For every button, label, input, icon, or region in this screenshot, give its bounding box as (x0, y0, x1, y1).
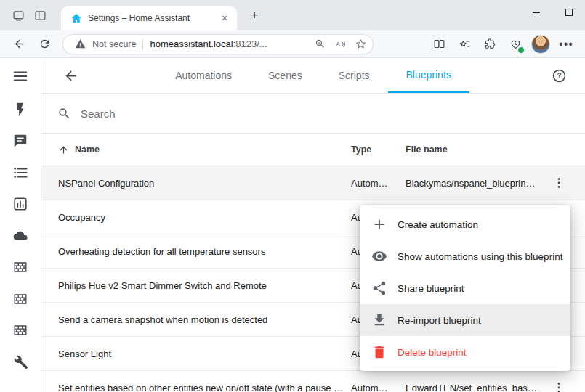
row-name: Overheating detection for all temperatur… (41, 246, 351, 257)
column-header-type[interactable]: Type (351, 144, 406, 155)
tab-automations[interactable]: Automations (157, 58, 250, 93)
menu-item-show-automations[interactable]: Show automations using this blueprint (360, 240, 570, 272)
refresh-icon[interactable] (33, 33, 56, 56)
search-row (41, 94, 585, 134)
browser-tabstrip: Settings – Home Assistant ✕ + ✕ (0, 0, 585, 30)
favorite-star-icon[interactable] (352, 36, 368, 52)
ha-header: Automations Scenes Scripts Blueprints ? (41, 58, 585, 94)
share-icon (371, 280, 387, 296)
browser-toolbar: Not secure homeassistant.local:8123/... … (0, 30, 585, 58)
row-overflow-menu-icon[interactable] (549, 176, 585, 190)
row-file: Blackymas/nspanel_blueprin… (406, 178, 549, 189)
security-label: Not secure (92, 39, 136, 49)
menu-icon[interactable] (0, 58, 41, 94)
row-name: NSPanel Configuration (41, 178, 351, 189)
bricks-icon[interactable] (0, 283, 41, 315)
minimize-button[interactable] (520, 0, 552, 25)
column-header-file[interactable]: File name (406, 144, 549, 155)
delete-icon (371, 344, 387, 360)
menu-item-label: Create automation (398, 219, 478, 230)
row-name: Occupancy (41, 212, 351, 223)
energy-icon[interactable] (0, 94, 41, 126)
home-assistant-favicon (70, 12, 82, 24)
split-screen-icon[interactable] (427, 33, 451, 56)
bricks-icon[interactable] (0, 315, 41, 347)
developer-tools-icon[interactable] (0, 346, 41, 378)
menu-item-label: Delete blueprint (398, 347, 467, 358)
assist-icon[interactable] (0, 126, 41, 158)
row-overflow-menu-icon[interactable] (549, 380, 585, 392)
row-file: EdwardTEN/set_entities_bas… (406, 383, 549, 392)
tab-close-icon[interactable]: ✕ (218, 12, 231, 25)
window-controls: ✕ (520, 0, 585, 25)
back-icon[interactable] (7, 33, 31, 56)
new-tab-button[interactable]: + (244, 5, 265, 25)
read-aloud-icon[interactable]: A (332, 36, 348, 52)
maximize-button[interactable] (552, 0, 585, 25)
eye-icon (371, 248, 387, 264)
tab-actions-icon[interactable] (29, 4, 51, 26)
search-input[interactable] (81, 107, 569, 120)
more-icon[interactable]: ••• (554, 33, 578, 56)
menu-item-label: Re-import blueprint (398, 315, 481, 326)
menu-item-share-blueprint[interactable]: Share blueprint (360, 272, 570, 304)
url-host: homeassistant.local (150, 38, 233, 49)
warning-icon (72, 36, 88, 52)
column-header-name[interactable]: Name (41, 144, 351, 155)
search-icon (57, 107, 71, 121)
menu-item-label: Show automations using this blueprint (398, 251, 562, 262)
browser-tab[interactable]: Settings – Home Assistant ✕ (61, 6, 237, 30)
browser-window: Settings – Home Assistant ✕ + ✕ Not secu… (0, 0, 585, 392)
row-context-menu: Create automation Show automations using… (360, 205, 570, 371)
url-path: :8123/... (233, 38, 267, 49)
workspaces-icon[interactable] (7, 4, 29, 26)
plus-icon (371, 216, 387, 232)
table-row[interactable]: Set entities based on other entities new… (41, 371, 585, 392)
logbook-icon[interactable] (0, 157, 41, 189)
zoom-icon[interactable] (312, 36, 328, 52)
menu-item-create-automation[interactable]: Create automation (360, 208, 570, 240)
sidebar (0, 58, 41, 392)
address-bar[interactable]: Not secure homeassistant.local:8123/... … (62, 34, 374, 54)
row-name: Set entities based on other entities new… (41, 383, 351, 392)
menu-item-label: Share blueprint (398, 283, 464, 294)
cloud-icon[interactable] (0, 220, 41, 252)
history-icon[interactable] (0, 189, 41, 221)
url-text[interactable]: homeassistant.local:8123/... (150, 38, 307, 49)
row-type: Autom… (351, 383, 406, 392)
column-label-type: Type (351, 144, 371, 155)
extensions-icon[interactable] (478, 33, 501, 56)
tab-blueprints[interactable]: Blueprints (388, 58, 469, 93)
sort-ascending-icon (58, 144, 69, 155)
tab-scripts[interactable]: Scripts (320, 58, 388, 93)
row-name: Send a camera snapshot when motion is de… (41, 314, 351, 325)
menu-item-reimport-blueprint[interactable]: Re-import blueprint (360, 304, 570, 336)
tab-scenes[interactable]: Scenes (250, 58, 320, 93)
row-name: Philips Hue v2 Smart Dimmer Switch and R… (41, 280, 351, 291)
tab-title: Settings – Home Assistant (88, 13, 212, 23)
help-icon[interactable]: ? (546, 62, 572, 89)
profile-avatar[interactable] (531, 35, 550, 54)
svg-text:A: A (336, 41, 340, 48)
column-label-name: Name (75, 144, 100, 155)
address-divider (142, 39, 143, 49)
column-label-file: File name (406, 144, 448, 155)
menu-item-delete-blueprint[interactable]: Delete blueprint (360, 336, 570, 368)
bricks-icon[interactable] (0, 252, 41, 284)
table-header: Name Type File name (41, 134, 585, 166)
favorites-hub-icon[interactable] (453, 33, 476, 56)
browser-essentials-icon[interactable] (504, 33, 527, 56)
svg-text:?: ? (557, 72, 561, 80)
download-icon (371, 312, 387, 328)
row-name: Sensor Light (41, 348, 351, 359)
ha-nav-tabs: Automations Scenes Scripts Blueprints (41, 58, 585, 93)
ha-back-icon[interactable] (57, 62, 84, 89)
table-row[interactable]: NSPanel Configuration Autom… Blackymas/n… (41, 166, 585, 200)
row-type: Autom… (351, 178, 406, 189)
